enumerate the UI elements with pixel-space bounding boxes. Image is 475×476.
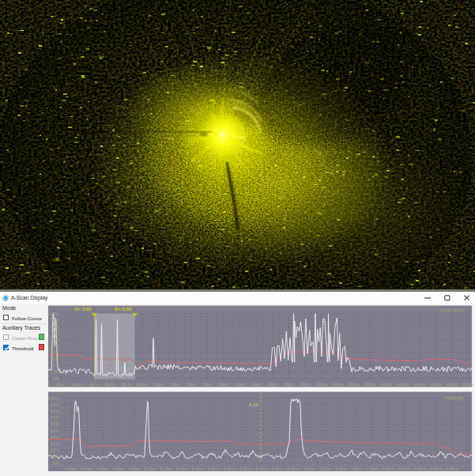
svg-text:32km: 32km bbox=[315, 382, 326, 387]
svg-text:6.0km: 6.0km bbox=[224, 467, 236, 471]
svg-text:8.8km: 8.8km bbox=[446, 467, 458, 471]
svg-text:90%: 90% bbox=[50, 402, 60, 407]
svg-text:30km: 30km bbox=[300, 382, 311, 387]
svg-text:7.4km: 7.4km bbox=[334, 467, 347, 471]
svg-text:4km: 4km bbox=[89, 382, 98, 387]
svg-text:20%: 20% bbox=[50, 448, 60, 452]
svg-text:100%: 100% bbox=[47, 312, 60, 316]
svg-text:30%: 30% bbox=[50, 357, 60, 361]
svg-text:60%: 60% bbox=[50, 337, 60, 342]
svg-text:7.8km: 7.8km bbox=[366, 467, 379, 471]
svg-text:36km: 36km bbox=[349, 382, 360, 387]
svg-text:4.4km: 4.4km bbox=[96, 467, 109, 471]
svg-text:8.0km: 8.0km bbox=[383, 467, 395, 471]
svg-text:5.0km: 5.0km bbox=[144, 467, 156, 471]
svg-text:4.6km: 4.6km bbox=[112, 467, 125, 471]
svg-text:6.39: 6.39 bbox=[249, 402, 258, 407]
svg-text:10km: 10km bbox=[137, 382, 148, 387]
svg-text:14km: 14km bbox=[169, 382, 180, 387]
svg-text:100%: 100% bbox=[47, 396, 60, 401]
svg-text:18km: 18km bbox=[202, 382, 213, 387]
svg-text:8.4km: 8.4km bbox=[414, 467, 427, 471]
svg-text:5.4km: 5.4km bbox=[176, 467, 189, 471]
svg-text:5.8km: 5.8km bbox=[208, 467, 221, 471]
svg-text:10%: 10% bbox=[50, 454, 60, 459]
svg-text:A= 3.89: A= 3.89 bbox=[74, 306, 92, 312]
svg-text:70%: 70% bbox=[50, 331, 60, 335]
svg-text:20%: 20% bbox=[50, 363, 60, 368]
svg-text:26km: 26km bbox=[267, 382, 278, 387]
svg-text:12km: 12km bbox=[153, 382, 164, 387]
svg-text:5.2km: 5.2km bbox=[160, 467, 172, 471]
svg-text:10%: 10% bbox=[50, 369, 60, 374]
svg-text:4.2km: 4.2km bbox=[81, 467, 93, 471]
svg-text:40km: 40km bbox=[381, 382, 392, 387]
svg-text:16km: 16km bbox=[186, 382, 197, 387]
svg-text:70%: 70% bbox=[50, 415, 60, 420]
svg-text:0km: 0km bbox=[56, 382, 65, 387]
svg-text:80%: 80% bbox=[50, 324, 60, 329]
svg-text:40%: 40% bbox=[50, 350, 60, 355]
svg-text:8km: 8km bbox=[122, 382, 130, 387]
svg-text:6km: 6km bbox=[105, 382, 114, 387]
svg-text:0%: 0% bbox=[52, 376, 59, 381]
svg-text:6.4km: 6.4km bbox=[255, 467, 268, 471]
svg-text:34km: 34km bbox=[332, 382, 343, 387]
svg-text:44km: 44km bbox=[413, 382, 424, 387]
svg-text:2km: 2km bbox=[73, 382, 81, 387]
svg-text:4.8km: 4.8km bbox=[128, 467, 141, 471]
svg-text:80%: 80% bbox=[50, 409, 60, 414]
svg-text:22km: 22km bbox=[234, 382, 245, 387]
svg-text:7.0km: 7.0km bbox=[303, 467, 315, 471]
svg-text:90%: 90% bbox=[50, 318, 60, 323]
svg-text:7.6km: 7.6km bbox=[350, 467, 363, 471]
svg-text:B= 8.89: B= 8.89 bbox=[115, 306, 132, 312]
svg-text:6.6km: 6.6km bbox=[271, 467, 284, 471]
svg-text:50%: 50% bbox=[50, 429, 60, 433]
svg-text:8.6km: 8.6km bbox=[430, 467, 443, 471]
svg-text:38km: 38km bbox=[364, 382, 375, 387]
svg-text:46km: 46km bbox=[430, 382, 441, 387]
svg-text:20km: 20km bbox=[218, 382, 229, 387]
svg-text:30%: 30% bbox=[50, 441, 60, 446]
svg-text:6.8km: 6.8km bbox=[287, 467, 300, 471]
svg-text:8.2km: 8.2km bbox=[398, 467, 411, 471]
svg-text:48km: 48km bbox=[446, 382, 457, 387]
svg-text:50%: 50% bbox=[50, 344, 60, 349]
svg-text:40%: 40% bbox=[50, 435, 60, 440]
svg-text:4.0km: 4.0km bbox=[65, 467, 77, 471]
svg-text:28km: 28km bbox=[283, 382, 294, 387]
svg-text:0%: 0% bbox=[52, 461, 59, 466]
svg-text:7.2km: 7.2km bbox=[319, 467, 331, 471]
svg-text:24km: 24km bbox=[251, 382, 262, 387]
svg-text:60%: 60% bbox=[50, 421, 60, 426]
svg-text:50km: 50km bbox=[462, 382, 473, 387]
svg-text:Highlight: Highlight bbox=[445, 395, 464, 400]
svg-text:5.6km: 5.6km bbox=[192, 467, 205, 471]
svg-text:Input Video: Input Video bbox=[439, 307, 465, 312]
svg-text:42km: 42km bbox=[397, 382, 408, 387]
svg-text:6.2km: 6.2km bbox=[239, 467, 252, 471]
